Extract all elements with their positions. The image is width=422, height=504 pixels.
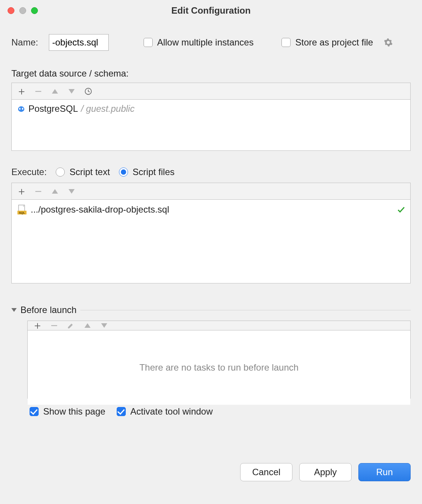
remove-button[interactable]: − <box>50 321 59 330</box>
target-datasource-label: Target data source / schema: <box>11 68 411 79</box>
svg-point-2 <box>19 108 21 110</box>
move-up-button[interactable] <box>50 87 59 96</box>
apply-button[interactable]: Apply <box>299 463 352 481</box>
allow-multiple-label: Allow multiple instances <box>157 37 254 48</box>
store-project-checkbox[interactable]: Store as project file <box>281 37 373 48</box>
titlebar: Edit Configuration <box>0 0 422 21</box>
datasource-row[interactable]: PostgreSQL / guest.public <box>17 103 405 114</box>
before-launch-label: Before launch <box>20 305 77 315</box>
gear-icon[interactable] <box>384 38 393 47</box>
script-file-row[interactable]: SQL .../postgres-sakila-drop-objects.sql <box>17 203 405 216</box>
datasource-name: PostgreSQL <box>28 103 78 114</box>
name-input[interactable] <box>49 34 109 51</box>
radio-icon <box>119 167 128 177</box>
postgresql-icon <box>17 105 25 113</box>
name-label: Name: <box>11 37 38 48</box>
check-icon <box>397 206 405 213</box>
script-file-path: .../postgres-sakila-drop-objects.sql <box>31 204 169 215</box>
checkbox-icon <box>117 407 126 416</box>
checkbox-icon <box>144 38 153 47</box>
scripts-list[interactable]: SQL .../postgres-sakila-drop-objects.sql <box>12 200 410 283</box>
show-this-page-label: Show this page <box>43 406 105 417</box>
remove-button[interactable]: − <box>34 87 43 96</box>
dialog-title: Edit Configuration <box>0 5 422 16</box>
checkbox-icon <box>281 38 291 47</box>
checkbox-icon <box>30 407 39 416</box>
move-down-button[interactable] <box>67 87 76 96</box>
activate-tool-window-checkbox[interactable]: Activate tool window <box>117 406 213 417</box>
svg-text:SQL: SQL <box>19 211 25 214</box>
datasource-schema: / guest.public <box>81 103 134 114</box>
before-launch-toolbar: ＋ − <box>28 321 410 330</box>
before-launch-empty-text: There are no tasks to run before launch <box>33 334 405 401</box>
move-down-button[interactable] <box>100 321 109 330</box>
cancel-button[interactable]: Cancel <box>240 463 292 481</box>
show-this-page-checkbox[interactable]: Show this page <box>30 406 105 417</box>
script-files-panel: ＋ − SQL .../postgres-sakila-drop-obje <box>11 183 411 283</box>
script-text-radio[interactable]: Script text <box>56 167 110 177</box>
sql-file-icon: SQL <box>17 205 27 214</box>
move-up-button[interactable] <box>83 321 92 330</box>
execute-label: Execute: <box>11 167 47 177</box>
run-button[interactable]: Run <box>358 463 411 481</box>
add-button[interactable]: ＋ <box>17 87 26 96</box>
move-down-button[interactable] <box>67 187 76 196</box>
before-launch-list[interactable]: There are no tasks to run before launch <box>28 330 410 405</box>
target-datasource-panel: ＋ − PostgreSQL / guest.public <box>11 83 411 151</box>
remove-button[interactable]: − <box>34 187 43 196</box>
history-button[interactable] <box>84 87 93 96</box>
script-files-radio[interactable]: Script files <box>119 167 175 177</box>
svg-point-3 <box>22 108 23 110</box>
radio-icon <box>56 167 65 177</box>
move-up-button[interactable] <box>50 187 59 196</box>
edit-button[interactable] <box>66 321 75 330</box>
script-files-label: Script files <box>133 167 175 177</box>
dialog-footer: Cancel Apply Run <box>240 463 411 481</box>
script-text-label: Script text <box>69 167 110 177</box>
scripts-toolbar: ＋ − <box>12 183 410 200</box>
allow-multiple-checkbox[interactable]: Allow multiple instances <box>144 37 254 48</box>
add-button[interactable]: ＋ <box>17 187 26 196</box>
separator <box>80 310 411 310</box>
chevron-down-icon <box>11 308 17 312</box>
store-project-label: Store as project file <box>295 37 373 48</box>
svg-point-1 <box>18 106 25 112</box>
activate-tool-label: Activate tool window <box>130 406 213 417</box>
target-toolbar: ＋ − <box>12 83 410 100</box>
add-button[interactable]: ＋ <box>33 321 42 330</box>
before-launch-section[interactable]: Before launch <box>11 305 411 315</box>
before-launch-panel: ＋ − There are no tasks to run before lau… <box>27 321 411 399</box>
target-list[interactable]: PostgreSQL / guest.public <box>12 100 410 150</box>
